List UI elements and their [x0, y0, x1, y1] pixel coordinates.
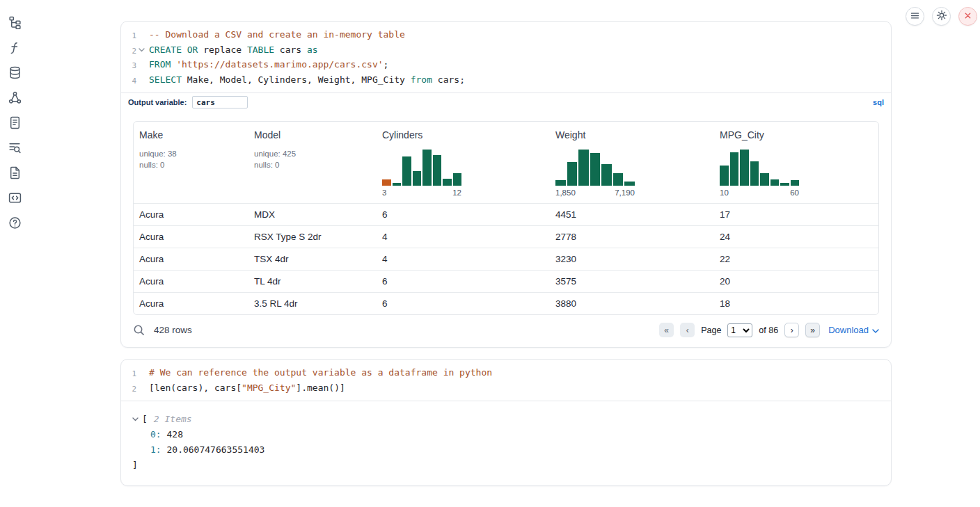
documentation-icon[interactable] [8, 166, 22, 179]
output-variable-input[interactable] [192, 96, 248, 108]
code-token: ; [384, 59, 389, 70]
table-cell: TL 4dr [248, 271, 377, 293]
fold-spacer [136, 381, 146, 386]
histogram-bar [613, 173, 624, 186]
code-line[interactable]: 1# We can reference the output variable … [121, 366, 891, 381]
page-total-label: of 86 [759, 325, 778, 335]
snippets-icon[interactable] [8, 191, 22, 204]
page-select[interactable]: 1 [727, 323, 752, 337]
datasources-icon[interactable] [8, 65, 22, 79]
column-label: Cylinders [382, 129, 544, 140]
table-cell: 18 [714, 293, 878, 315]
code-line[interactable]: 3FROM 'https://datasets.marimo.app/cars.… [121, 58, 891, 73]
column-label: MPG_City [720, 129, 873, 140]
table-cell: Acura [134, 248, 248, 271]
histogram-bar [770, 179, 780, 186]
hist-max-label: 60 [790, 188, 799, 197]
table-row[interactable]: AcuraMDX6445117 [134, 204, 878, 226]
language-badge: sql [873, 98, 884, 106]
help-icon[interactable] [8, 216, 22, 230]
scratchpad-icon[interactable] [8, 115, 22, 129]
histogram-bars [555, 150, 635, 186]
close-button[interactable] [958, 7, 977, 26]
table-cell: MDX [248, 204, 377, 226]
histogram-bar [624, 182, 635, 186]
code-line[interactable]: 4SELECT Make, Model, Cylinders, Weight, … [121, 73, 891, 88]
column-header-make[interactable]: Makeunique: 38nulls: 0 [134, 122, 248, 204]
sql-code-editor[interactable]: 1-- Download a CSV and create an in-memo… [121, 22, 891, 92]
last-page-button[interactable]: » [805, 323, 820, 337]
logs-icon[interactable] [8, 140, 22, 154]
histogram-bar [578, 150, 589, 186]
tree-value: 20.060747663551403 [161, 444, 265, 455]
prev-page-button[interactable]: ‹ [680, 323, 695, 337]
histogram-bar [382, 179, 391, 186]
table-row[interactable]: Acura3.5 RL 4dr6388018 [134, 293, 878, 315]
table-cell: 3.5 RL 4dr [248, 293, 377, 315]
table-row[interactable]: AcuraTL 4dr6357520 [134, 271, 878, 293]
line-number: 2 [121, 381, 136, 396]
column-stat: nulls: 0 [139, 159, 243, 170]
column-label: Make [139, 129, 243, 140]
line-number: 3 [121, 58, 136, 73]
table-cell: 24 [714, 226, 878, 248]
table-cell: 2778 [550, 226, 714, 248]
collapse-chevron-icon[interactable] [132, 417, 139, 421]
column-stat: unique: 425 [254, 148, 371, 159]
search-icon[interactable] [133, 324, 145, 336]
column-stat: nulls: 0 [254, 159, 371, 170]
column-stats: unique: 38nulls: 0 [139, 148, 243, 170]
table-cell: 17 [714, 204, 878, 226]
code-line[interactable]: 2[len(cars), cars["MPG_City"].mean()] [121, 381, 891, 396]
tree-entry: 1: 20.060747663551403 [132, 442, 880, 458]
column-histogram[interactable]: 1060 [720, 150, 799, 197]
variables-icon[interactable] [8, 40, 22, 54]
table-row[interactable]: AcuraTSX 4dr4323022 [134, 248, 878, 271]
column-histogram[interactable]: 312 [382, 150, 461, 197]
histogram-bar [393, 183, 402, 186]
code-text: CREATE OR replace TABLE cars as [149, 43, 318, 57]
column-histogram[interactable]: 1,8507,190 [555, 150, 635, 197]
column-header-mpg_city[interactable]: MPG_City1060 [714, 122, 878, 204]
tree-value: 428 [161, 429, 183, 440]
next-page-button[interactable]: › [784, 323, 799, 337]
table-cell: Acura [134, 204, 248, 226]
table-cell: 4451 [550, 204, 714, 226]
column-header-cylinders[interactable]: Cylinders312 [377, 122, 550, 204]
file-tree-icon[interactable] [8, 15, 22, 29]
code-token: Make, Model, Cylinders, Weight, MPG_City [182, 74, 411, 85]
download-button[interactable]: Download [828, 325, 879, 335]
chevron-down-icon [872, 325, 879, 335]
table-cell: Acura [134, 271, 248, 293]
fold-chevron-icon[interactable] [136, 43, 146, 52]
column-header-weight[interactable]: Weight1,8507,190 [550, 122, 714, 204]
code-token: as [307, 45, 318, 55]
code-line[interactable]: 1-- Download a CSV and create an in-memo… [121, 28, 891, 43]
settings-button[interactable] [932, 7, 951, 26]
histogram-bar [567, 162, 578, 186]
table-row[interactable]: AcuraRSX Type S 2dr4277824 [134, 226, 878, 248]
data-table: Makeunique: 38nulls: 0Modelunique: 425nu… [133, 121, 879, 315]
tree-root[interactable]: [ 2 Items [132, 412, 880, 427]
menu-button[interactable] [906, 7, 924, 26]
items-count: 2 Items [154, 412, 192, 427]
table-cell: 3880 [550, 293, 714, 315]
table-cell: 3230 [550, 248, 714, 271]
first-page-button[interactable]: « [659, 323, 674, 337]
dependencies-icon[interactable] [8, 90, 22, 104]
python-cell: 1# We can reference the output variable … [120, 359, 892, 486]
histogram-axis: 1,8507,190 [555, 188, 635, 197]
table-cell: 20 [714, 271, 878, 293]
code-token: ].mean()] [296, 383, 345, 393]
download-label: Download [828, 325, 869, 335]
python-code-editor[interactable]: 1# We can reference the output variable … [121, 360, 891, 401]
code-line[interactable]: 2CREATE OR replace TABLE cars as [121, 43, 891, 58]
histogram-bar [555, 180, 566, 186]
code-token: [len(cars), cars[ [149, 383, 242, 393]
tree-entry: 0: 428 [132, 427, 880, 442]
histogram-axis: 1060 [720, 188, 799, 197]
histogram-bars [720, 150, 799, 186]
bracket-open: [ [142, 412, 148, 427]
fold-spacer [136, 366, 146, 371]
column-header-model[interactable]: Modelunique: 425nulls: 0 [248, 122, 377, 204]
